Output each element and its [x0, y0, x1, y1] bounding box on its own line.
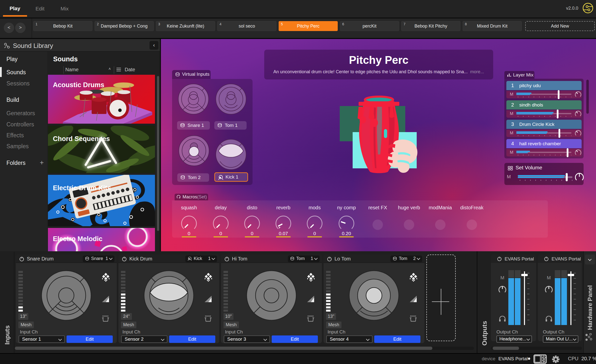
- svg-text:Acoustic Drums: Acoustic Drums: [53, 81, 104, 89]
- svg-text:Chord Sequences: Chord Sequences: [53, 135, 110, 143]
- svg-text:Electro Melodic: Electro Melodic: [53, 235, 103, 243]
- svg-text:Electric Drum Kits: Electric Drum Kits: [53, 184, 111, 192]
